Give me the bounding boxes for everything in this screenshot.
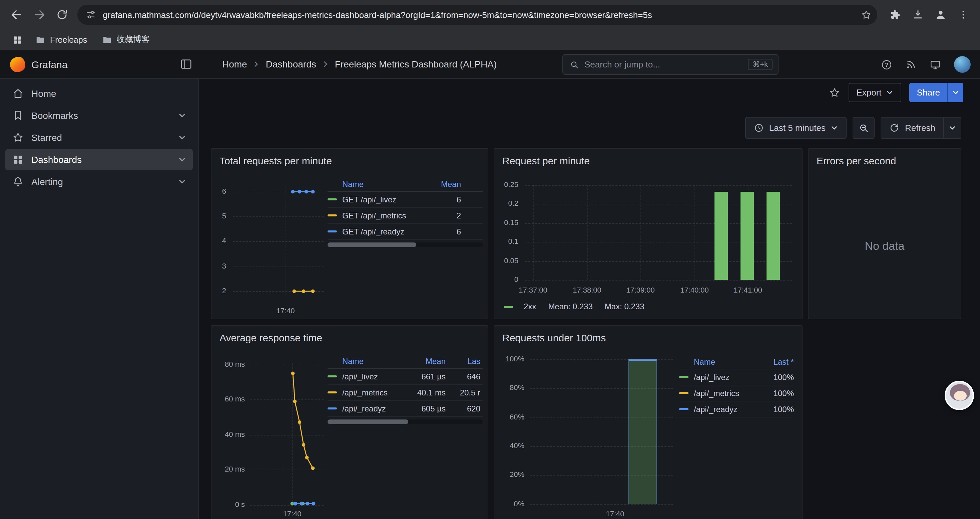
sidebar-item-alerting[interactable]: Alerting — [5, 171, 193, 192]
chevron-down-icon[interactable] — [178, 112, 186, 120]
legend-row[interactable]: GET /api/_metrics 2 — [328, 208, 483, 224]
site-info-icon[interactable] — [85, 10, 96, 20]
help-icon[interactable]: ? — [881, 58, 892, 70]
gridline — [250, 365, 323, 366]
user-avatar[interactable] — [954, 56, 970, 73]
legend-col-mean[interactable]: Mean — [428, 179, 461, 189]
news-rss-icon[interactable] — [905, 59, 916, 70]
series-name[interactable]: /api/_livez — [342, 372, 406, 381]
display-icon[interactable] — [929, 58, 941, 70]
x-tick: 17:40 — [595, 509, 635, 517]
browser-toolbar: grafana.mathmast.com/d/deytv4rwavabkb/fr… — [0, 0, 980, 29]
legend-scrollbar[interactable] — [328, 243, 483, 247]
legend-row[interactable]: /api/_readyz 605 µs 620 — [328, 401, 483, 417]
sidebar-item-starred[interactable]: Starred — [5, 127, 193, 148]
time-range-label: Last 5 minutes — [769, 123, 826, 133]
apps-grid-icon[interactable] — [8, 31, 27, 48]
legend-row[interactable]: /api/_metrics 100% — [679, 385, 794, 401]
gridline — [250, 435, 323, 436]
grafana-logo[interactable] — [10, 57, 25, 72]
share-label[interactable]: Share — [910, 83, 947, 102]
bookmark-item[interactable]: Freeleaps — [29, 33, 93, 47]
panel-title[interactable]: Average response time — [220, 332, 322, 343]
legend-scrollbar[interactable] — [328, 420, 483, 424]
gridline — [233, 291, 323, 292]
back-button[interactable] — [5, 3, 28, 26]
extensions-icon[interactable] — [884, 3, 907, 26]
x-tick: 17:40:00 — [675, 286, 714, 294]
series-name[interactable]: /api/_metrics — [694, 388, 773, 398]
legend-col-name[interactable]: Name — [679, 357, 773, 366]
legend-row[interactable]: /api/_readyz 100% — [679, 401, 794, 417]
share-dropdown-button[interactable] — [947, 83, 963, 102]
y-tick: 6 — [212, 187, 226, 195]
y-tick: 100% — [494, 355, 524, 363]
time-range-button[interactable]: Last 5 minutes — [745, 117, 847, 139]
panel-title[interactable]: Total requests per minute — [220, 155, 332, 166]
export-button[interactable]: Export — [848, 83, 901, 102]
legend-header: Name Mean — [328, 177, 483, 192]
bookmark-item[interactable]: 收藏博客 — [96, 32, 156, 48]
legend-col-mean[interactable]: Mean — [406, 356, 445, 366]
series-name[interactable]: /api/_readyz — [694, 404, 773, 414]
series-name[interactable]: GET /api/_livez — [342, 195, 428, 204]
gridline — [250, 505, 323, 506]
refresh-interval-dropdown[interactable] — [944, 117, 961, 139]
chevron-down-icon[interactable] — [178, 178, 186, 186]
panel-title[interactable]: Requests under 100ms — [502, 332, 606, 343]
legend-row[interactable]: /api/_livez 100% — [679, 369, 794, 385]
zoom-out-button[interactable] — [853, 117, 875, 139]
series-name[interactable]: GET /api/_metrics — [342, 211, 428, 220]
download-icon[interactable] — [907, 3, 929, 26]
url-bar[interactable]: grafana.mathmast.com/d/deytv4rwavabkb/fr… — [77, 5, 877, 25]
chevron-down-icon[interactable] — [178, 156, 186, 164]
bar-100-percent — [628, 359, 657, 504]
grafana-header: Grafana Home Dashboards Freeleaps Metric… — [0, 50, 980, 79]
search-input[interactable]: Search or jump to... ⌘+k — [562, 54, 778, 75]
legend-row[interactable]: GET /api/_livez 6 — [328, 192, 483, 208]
panel-request-per-minute: Request per minute 0.25 0.2 0.15 0.1 0.0… — [494, 148, 803, 319]
y-tick: 0 — [494, 275, 519, 283]
series-name[interactable]: 2xx — [524, 302, 536, 311]
legend-col-name[interactable]: Name — [328, 179, 428, 189]
zoom-out-icon — [859, 123, 869, 133]
legend-header: Name Last * — [679, 355, 794, 369]
series-name[interactable]: /api/_livez — [694, 372, 773, 382]
series-name[interactable]: GET /api/_readyz — [342, 227, 428, 236]
series-name[interactable]: /api/_metrics — [342, 388, 406, 397]
legend-row[interactable]: /api/_livez 661 µs 646 — [328, 369, 483, 385]
sidebar-item-bookmarks[interactable]: Bookmarks — [5, 105, 193, 126]
reload-button[interactable] — [51, 3, 73, 26]
sidebar-toggle-button[interactable] — [180, 57, 193, 71]
x-tick: 17:38:00 — [567, 286, 607, 294]
y-tick: 40 ms — [212, 430, 245, 438]
chevron-down-icon — [831, 124, 838, 132]
chevron-down-icon[interactable] — [178, 134, 186, 142]
share-button[interactable]: Share — [910, 83, 963, 102]
series-swatch-green — [328, 198, 337, 200]
panel-title[interactable]: Request per minute — [502, 155, 590, 166]
browser-menu-icon[interactable] — [952, 3, 975, 26]
assistant-avatar-overlay[interactable] — [945, 381, 974, 410]
legend-row[interactable]: /api/_metrics 40.1 ms 20.5 r — [328, 385, 483, 401]
chevron-down-icon — [949, 124, 956, 132]
legend-row[interactable]: GET /api/_readyz 6 — [328, 224, 483, 240]
sidebar-item-home[interactable]: Home — [5, 83, 193, 104]
sidebar-item-label: Dashboards — [31, 154, 82, 165]
y-tick: 0.25 — [494, 180, 519, 188]
bookmark-star-icon[interactable] — [861, 9, 872, 21]
forward-button[interactable] — [28, 3, 51, 26]
sidebar-item-dashboards[interactable]: Dashboards — [5, 149, 193, 170]
breadcrumb-home-link[interactable]: Home — [222, 59, 247, 69]
breadcrumb-dashboards-link[interactable]: Dashboards — [266, 59, 316, 69]
favorite-star-icon[interactable] — [828, 86, 840, 99]
legend-col-last[interactable]: Last * — [773, 357, 794, 366]
profile-icon[interactable] — [929, 3, 952, 26]
refresh-button[interactable]: Refresh — [881, 117, 944, 139]
legend-col-last[interactable]: Las — [445, 356, 480, 366]
panel-total-requests: Total requests per minute 6 5 4 3 2 17:4… — [211, 148, 488, 319]
series-name[interactable]: /api/_readyz — [342, 404, 406, 413]
panel-title[interactable]: Errors per second — [816, 155, 896, 166]
legend-col-name[interactable]: Name — [328, 356, 406, 366]
legend-table: Name Last * /api/_livez 100% /api/_metri… — [679, 355, 794, 417]
